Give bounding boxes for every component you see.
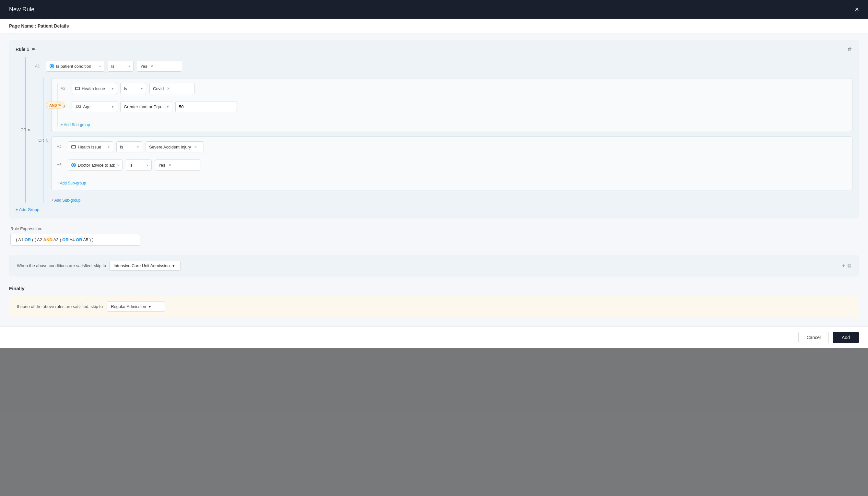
expr-part-4: A4 xyxy=(70,237,76,242)
or-inner-connector: OR ⇅ xyxy=(35,78,51,203)
cancel-button[interactable]: Cancel xyxy=(798,332,829,343)
a2-field-chevron: ▾ xyxy=(112,87,113,91)
add-subgroup-1-button[interactable]: + Add Sub-group xyxy=(61,123,847,127)
and-badge[interactable]: AND ⇅ xyxy=(46,102,64,109)
rule-header: Rule 1 ✏ 🗑 xyxy=(16,46,852,52)
finally-section: Finally If none of the above rules are s… xyxy=(9,285,859,317)
inner-groups-area: OR ⇅ xyxy=(35,78,852,203)
a5-operator-chevron: ▾ xyxy=(146,164,148,167)
a5-row: A5 Doctor advice to ad: ▾ Is xyxy=(57,159,847,171)
a1-value-clear[interactable]: × xyxy=(151,64,153,69)
or-outer-badge[interactable]: OR ⇅ xyxy=(21,128,30,132)
skip-text: When the above conditions are satisfied,… xyxy=(17,263,106,268)
sub-group-1-inner: A2 Health Issue ▾ Is xyxy=(57,83,847,127)
add-button[interactable]: Add xyxy=(833,332,859,343)
a2-label: A2 xyxy=(61,86,68,91)
modal-title: New Rule xyxy=(9,6,34,13)
finally-title: Finally xyxy=(9,285,859,291)
sub-group-2-rows: A4 Health Issue ▾ Is xyxy=(57,141,847,185)
a4-row: A4 Health Issue ▾ Is xyxy=(57,141,847,152)
skip-section: When the above conditions are satisfied,… xyxy=(9,255,859,277)
finally-dropdown[interactable]: Regular Admission ▾ xyxy=(107,301,165,312)
or-outer-chevron: ⇅ xyxy=(28,128,30,132)
a2-operator-chevron: ▾ xyxy=(141,87,143,91)
a5-field-icon xyxy=(71,163,76,167)
a5-field-chevron: ▾ xyxy=(117,164,119,167)
finally-dropdown-chevron: ▾ xyxy=(149,304,151,309)
modal-body: Rule 1 ✏ 🗑 OR ⇅ xyxy=(0,33,868,326)
skip-controls: When the above conditions are satisfied,… xyxy=(17,261,180,271)
skip-dropdown-chevron: ▾ xyxy=(172,263,175,268)
skip-copy-icon[interactable]: ⧉ xyxy=(848,263,851,269)
expr-or-1: OR xyxy=(25,237,31,242)
a1-value-field[interactable]: Yes × xyxy=(137,61,182,72)
a1-field-icon xyxy=(50,64,54,68)
a4-field-chevron: ▾ xyxy=(108,145,110,149)
a4-value-field[interactable]: Severe Accident Injury × xyxy=(145,141,204,152)
a1-operator-chevron: ▾ xyxy=(128,64,130,68)
rule-expression-section: Rule Expression: : ( A1 OR ( ( A2 AND A3… xyxy=(9,226,859,246)
sub-group-1: AND ⇅ A xyxy=(51,78,852,132)
a5-field-select[interactable]: Doctor advice to ad: ▾ xyxy=(68,159,123,171)
close-button[interactable]: × xyxy=(855,6,859,13)
a4-field-icon xyxy=(71,145,76,149)
rule-expression-box: ( A1 OR ( ( A2 AND A3 ) OR A4 OR A5 ) ) xyxy=(10,234,140,246)
expr-part-2: ( ( A2 xyxy=(32,237,44,242)
a1-field-select[interactable]: Is patient condition ▾ xyxy=(46,61,104,72)
a2-value-clear[interactable]: × xyxy=(167,86,170,91)
rule-expression-label: Rule Expression: : xyxy=(10,226,858,231)
a4-value-clear[interactable]: × xyxy=(194,144,197,150)
a1-field-chevron: ▾ xyxy=(99,64,101,68)
a3-value-input[interactable] xyxy=(175,101,237,112)
right-content: A1 Is patient condition ▾ Is ▾ xyxy=(35,57,852,203)
finally-box: If none of the above rules are satisfied… xyxy=(9,296,859,317)
a2-field-icon xyxy=(75,87,80,90)
a5-label: A5 xyxy=(57,163,64,167)
add-subgroup-outer-button[interactable]: + Add Sub-group xyxy=(51,198,852,203)
modal-header: New Rule × xyxy=(0,0,868,19)
sub-group-2: A4 Health Issue ▾ Is xyxy=(51,137,852,190)
add-subgroup-2-button[interactable]: + Add Sub-group xyxy=(57,181,847,185)
rule-edit-icon[interactable]: ✏ xyxy=(32,47,36,52)
add-group-button[interactable]: + Add Group xyxy=(16,207,39,212)
sub-groups-container: AND ⇅ A xyxy=(51,78,852,203)
expr-a1: ( A1 xyxy=(16,237,25,242)
a3-operator-chevron: ▾ xyxy=(167,105,169,109)
a1-operator-select[interactable]: Is ▾ xyxy=(108,61,133,72)
finally-text: If none of the above rules are satisfied… xyxy=(17,304,103,309)
expr-part-3: A3 ) xyxy=(53,237,62,242)
skip-add-icon[interactable]: + xyxy=(842,263,845,269)
and-chevron: ⇅ xyxy=(58,103,61,107)
a5-value-clear[interactable]: × xyxy=(169,162,171,168)
modal-footer: Cancel Add xyxy=(0,326,868,348)
or-inner-chevron: ⇅ xyxy=(45,139,48,142)
a2-field-select[interactable]: Health Issue ▾ xyxy=(72,83,117,94)
expr-or-3: OR xyxy=(76,237,82,242)
a5-value-field[interactable]: Yes × xyxy=(155,159,200,171)
a1-label: A1 xyxy=(35,64,43,68)
page-name-value: Patient Details xyxy=(37,24,69,29)
and-badge-container: AND ⇅ xyxy=(46,102,64,109)
a5-operator-select[interactable]: Is ▾ xyxy=(126,159,152,171)
a2-operator-select[interactable]: Is ▾ xyxy=(120,83,146,94)
a4-field-select[interactable]: Health Issue ▾ xyxy=(68,141,113,152)
a2-value-field[interactable]: Covid × xyxy=(149,83,195,94)
page-name-label: Page Name : xyxy=(9,24,36,29)
a4-operator-chevron: ▾ xyxy=(137,145,139,149)
main-rule-area: OR ⇅ A1 Is patient condition xyxy=(16,57,852,203)
a3-row: A3 123 Age ▾ Greater xyxy=(61,101,847,112)
a4-operator-select[interactable]: Is ▾ xyxy=(116,141,142,152)
skip-add-icons: + ⧉ xyxy=(842,263,851,269)
a3-field-select[interactable]: 123 Age ▾ xyxy=(72,101,117,112)
expr-or-2: OR xyxy=(62,237,69,242)
rule-container: Rule 1 ✏ 🗑 OR ⇅ xyxy=(9,40,859,218)
left-connector: OR ⇅ xyxy=(16,57,35,203)
or-inner-badge[interactable]: OR ⇅ xyxy=(38,138,48,143)
a3-field-chevron: ▾ xyxy=(112,105,113,109)
rule-delete-icon[interactable]: 🗑 xyxy=(847,46,852,52)
a3-operator-select[interactable]: Greater than or Equ... ▾ xyxy=(120,101,172,112)
sub-group-1-rows: A2 Health Issue ▾ Is xyxy=(61,83,847,127)
skip-dropdown[interactable]: Intensive Care Unit Admission ▾ xyxy=(109,261,180,271)
a3-field-icon: 123 xyxy=(75,105,81,109)
a1-row: A1 Is patient condition ▾ Is ▾ xyxy=(35,57,852,75)
